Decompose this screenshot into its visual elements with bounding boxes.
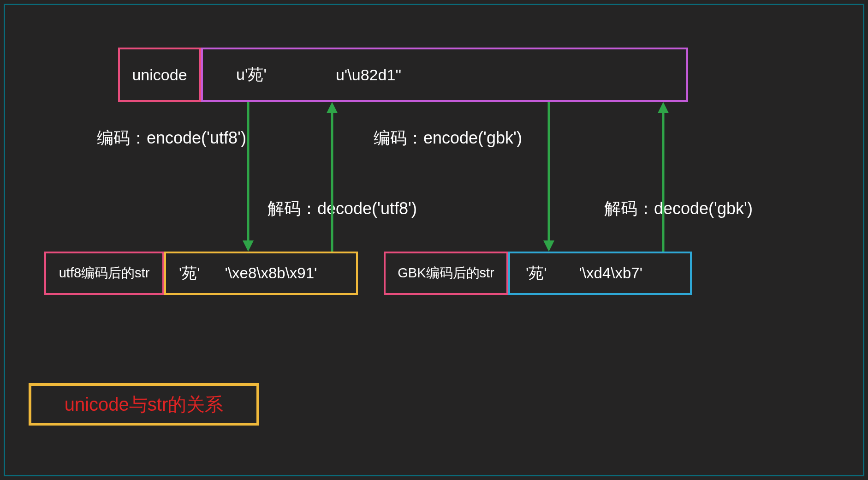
gbk-label: GBK编码后的str: [398, 264, 494, 282]
decode-utf8-label: 解码：decode('utf8'): [268, 198, 417, 220]
encode-gbk-label: 编码：encode('gbk'): [374, 127, 522, 150]
utf8-label-box: utf8编码后的str: [44, 252, 164, 295]
unicode-value-box: u'苑' u'\u82d1'': [201, 48, 688, 102]
utf8-bytes: '\xe8\x8b\x91': [225, 264, 317, 282]
gbk-label-box: GBK编码后的str: [384, 252, 508, 295]
unicode-char: u'苑': [236, 64, 267, 85]
gbk-bytes: '\xd4\xb7': [579, 264, 642, 282]
decode-gbk-label: 解码：decode('gbk'): [604, 198, 753, 220]
gbk-value-box: '苑' '\xd4\xb7': [508, 252, 692, 295]
unicode-escape: u'\u82d1'': [336, 66, 401, 84]
utf8-value-box: '苑' '\xe8\x8b\x91': [164, 252, 358, 295]
diagram-title: unicode与str的关系: [65, 392, 224, 417]
unicode-label-box: unicode: [118, 48, 201, 102]
unicode-label: unicode: [132, 66, 187, 84]
gbk-char: '苑': [526, 263, 547, 284]
utf8-label: utf8编码后的str: [59, 264, 150, 282]
encode-utf8-label: 编码：encode('utf8'): [97, 127, 246, 150]
utf8-char: '苑': [179, 263, 200, 284]
diagram-title-box: unicode与str的关系: [29, 383, 259, 426]
